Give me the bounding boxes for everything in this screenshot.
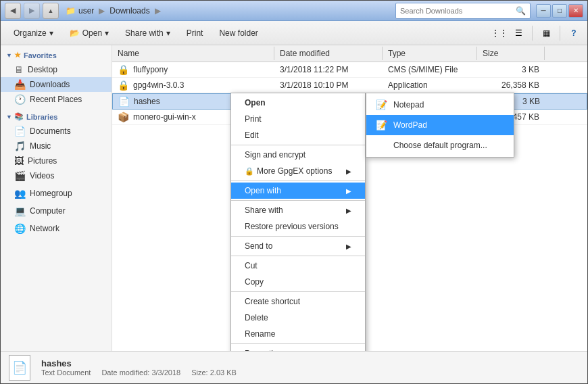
context-menu-item-cut[interactable]: Cut — [231, 258, 365, 274]
window-controls: ─ □ ✕ — [536, 4, 583, 18]
sidebar-item-pictures[interactable]: 🖼 Pictures — [1, 153, 112, 168]
sidebar-item-recent[interactable]: 🕐 Recent Places — [1, 92, 112, 107]
context-menu-separator — [231, 343, 365, 344]
file-size-cell: 26,358 KB — [477, 78, 545, 92]
sidebar-item-network[interactable]: 🌐 Network — [1, 221, 112, 236]
context-menu-item-print[interactable]: Print — [231, 111, 365, 127]
favorites-header[interactable]: ▼ ★ Favorites — [1, 48, 112, 62]
print-button[interactable]: Print — [179, 24, 211, 43]
open-button[interactable]: 📂 Open ▾ — [62, 24, 116, 43]
file-type-icon: 🔒 — [118, 64, 129, 75]
libraries-group: ▼ 📚 Libraries 📄 Documents 🎵 Music 🖼 Pict… — [1, 110, 112, 183]
submenu-item-icon — [374, 139, 388, 152]
context-menu-item-open-with[interactable]: Open with▶ — [231, 183, 365, 199]
network-icon: 🌐 — [14, 223, 26, 234]
context-menu-item-sign-and-encrypt[interactable]: Sign and encrypt — [231, 147, 365, 163]
organize-button[interactable]: Organize ▾ — [6, 24, 61, 43]
file-type-icon: 📦 — [118, 112, 129, 122]
context-menu-label: Send to — [245, 241, 272, 251]
minimize-button[interactable]: ─ — [536, 4, 551, 18]
submenu-item-choose-default-program...[interactable]: Choose default program... — [366, 135, 514, 155]
context-menu-item-more-gpgex-options[interactable]: 🔒More GpgEX options▶ — [231, 163, 365, 179]
submenu-item-notepad[interactable]: 📝 Notepad — [366, 95, 514, 115]
title-bar-left: ◀ ▶ ▲ 📁 user ▶ Downloads ▶ — [5, 3, 395, 19]
col-header-name[interactable]: Name — [112, 47, 274, 60]
recent-places-icon: 🕐 — [14, 94, 26, 105]
up-button[interactable]: ▲ — [43, 3, 59, 19]
context-menu-item-share-with[interactable]: Share with▶ — [231, 202, 365, 218]
path-user[interactable]: user — [78, 6, 94, 16]
context-menu-item-properties[interactable]: Properties — [231, 345, 365, 351]
new-folder-button[interactable]: New folder — [212, 24, 265, 43]
maximize-button[interactable]: □ — [552, 4, 567, 18]
sidebar-item-desktop[interactable]: 🖥 Desktop — [1, 62, 112, 77]
help-button[interactable]: ? — [566, 25, 582, 41]
explorer-window: ◀ ▶ ▲ 📁 user ▶ Downloads ▶ 🔍 ─ □ ✕ Organ… — [0, 0, 588, 384]
status-bar: 📄 hashes Text Document Date modified: 3/… — [1, 351, 587, 383]
sidebar-item-downloads[interactable]: 📥 Downloads — [1, 77, 112, 92]
view-details-button[interactable]: ☰ — [510, 25, 526, 41]
col-header-type[interactable]: Type — [383, 47, 477, 60]
submenu-item-wordpad[interactable]: 📝 WordPad — [366, 115, 514, 135]
search-input[interactable] — [400, 7, 513, 15]
share-with-button[interactable]: Share with ▾ — [118, 24, 178, 43]
context-menu-separator — [231, 236, 365, 237]
context-menu-item-rename[interactable]: Rename — [231, 326, 365, 342]
homegroup-icon: 👥 — [14, 188, 26, 199]
context-menu-item-send-to[interactable]: Send to▶ — [231, 238, 365, 254]
context-menu-item-create-shortcut[interactable]: Create shortcut — [231, 293, 365, 310]
context-menu-label: 🔒More GpgEX options — [245, 166, 332, 176]
close-button[interactable]: ✕ — [568, 4, 583, 18]
submenu-item-label: Choose default program... — [393, 141, 487, 150]
sidebar-item-homegroup[interactable]: 👥 Homegroup — [1, 186, 112, 201]
file-row[interactable]: 🔒 gpg4win-3.0.3 3/1/2018 10:10 PM Applic… — [112, 78, 587, 93]
back-button[interactable]: ◀ — [5, 3, 21, 19]
submenu-arrow-icon: ▶ — [346, 168, 351, 175]
sidebar-item-videos[interactable]: 🎬 Videos — [1, 168, 112, 183]
toolbar-separator-2 — [560, 26, 560, 41]
view-list-button[interactable]: ⋮⋮ — [491, 25, 508, 41]
main-content: ▼ ★ Favorites 🖥 Desktop 📥 Downloads 🕐 Re… — [1, 45, 587, 351]
col-header-size[interactable]: Size — [477, 47, 545, 60]
lock-icon: 🔒 — [245, 167, 254, 175]
documents-icon: 📄 — [14, 126, 26, 137]
sidebar: ▼ ★ Favorites 🖥 Desktop 📥 Downloads 🕐 Re… — [1, 45, 112, 351]
file-name-text: fluffypony — [133, 65, 168, 74]
status-filetype: Text Document — [41, 368, 91, 377]
search-icon: 🔍 — [516, 6, 526, 16]
context-menu-label: Delete — [245, 313, 268, 322]
status-file-icon: 📄 — [9, 355, 30, 381]
file-row[interactable]: 🔒 fluffypony 3/1/2018 11:22 PM CMS (S/MI… — [112, 62, 587, 78]
file-date-cell: 3/1/2018 11:22 PM — [274, 63, 383, 76]
file-type-cell: Application — [383, 78, 477, 92]
submenu-arrow-icon: ▶ — [346, 243, 351, 250]
file-type-cell: CMS (S/MIME) File — [383, 63, 477, 76]
file-type-icon: 🔒 — [118, 80, 129, 91]
context-menu-separator — [231, 181, 365, 181]
breadcrumb: 📁 user ▶ Downloads ▶ — [66, 6, 163, 16]
submenu-item-icon: 📝 — [374, 98, 388, 112]
preview-pane-button[interactable]: ▦ — [538, 25, 554, 41]
context-menu-label: Edit — [245, 130, 259, 140]
context-menu-item-copy[interactable]: Copy — [231, 274, 365, 290]
context-menu-label: Print — [245, 114, 262, 124]
context-menu-item-open[interactable]: Open — [231, 95, 365, 111]
search-box[interactable]: 🔍 — [395, 3, 531, 19]
file-type-icon: 📄 — [118, 96, 130, 107]
favorites-arrow-icon: ▼ — [6, 52, 12, 59]
favorites-star-icon: ★ — [14, 51, 21, 59]
file-name-cell: 🔒 gpg4win-3.0.3 — [112, 78, 274, 93]
context-menu-item-restore-previous-versions[interactable]: Restore previous versions — [231, 218, 365, 235]
context-menu-item-delete[interactable]: Delete — [231, 310, 365, 326]
sidebar-item-computer[interactable]: 💻 Computer — [1, 203, 112, 218]
sidebar-item-music[interactable]: 🎵 Music — [1, 139, 112, 153]
share-arrow-icon: ▾ — [166, 28, 170, 38]
libraries-header[interactable]: ▼ 📚 Libraries — [1, 110, 112, 124]
submenu-item-label: WordPad — [393, 120, 427, 130]
sidebar-item-documents[interactable]: 📄 Documents — [1, 124, 112, 139]
context-menu-item-edit[interactable]: Edit — [231, 127, 365, 143]
path-downloads[interactable]: Downloads — [109, 6, 149, 16]
file-name-text: hashes — [134, 97, 160, 106]
forward-button[interactable]: ▶ — [24, 3, 40, 19]
col-header-date[interactable]: Date modified — [274, 47, 383, 60]
